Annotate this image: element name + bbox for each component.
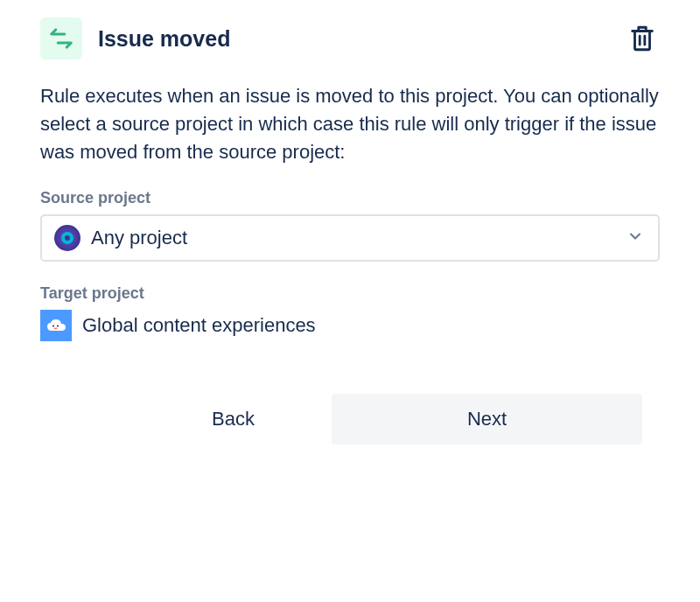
back-button[interactable]: Back [135,394,332,444]
target-project-label: Target project [40,284,660,303]
trash-icon [627,24,657,53]
source-project-selected: Any project [54,225,187,251]
project-avatar-icon [54,225,80,251]
source-project-label: Source project [40,189,660,207]
target-project-row: Global content experiences [40,310,660,341]
source-project-select[interactable]: Any project [40,214,660,262]
trigger-header: Issue moved [40,18,660,60]
trigger-header-left: Issue moved [40,18,230,60]
trigger-title: Issue moved [98,26,230,52]
cloud-icon [40,310,72,341]
svg-point-0 [52,325,54,326]
source-project-value: Any project [91,227,187,249]
chevron-down-icon [626,228,644,248]
target-project-value: Global content experiences [82,314,316,337]
target-project-field: Target project Global content experience… [40,284,660,341]
delete-button[interactable] [625,21,660,56]
swap-arrows-icon [40,18,82,60]
next-button[interactable]: Next [332,394,642,444]
svg-point-1 [57,325,59,326]
source-project-field: Source project Any project [40,189,660,262]
trigger-description: Rule executes when an issue is moved to … [40,82,660,166]
action-buttons: Back Next [135,394,660,444]
